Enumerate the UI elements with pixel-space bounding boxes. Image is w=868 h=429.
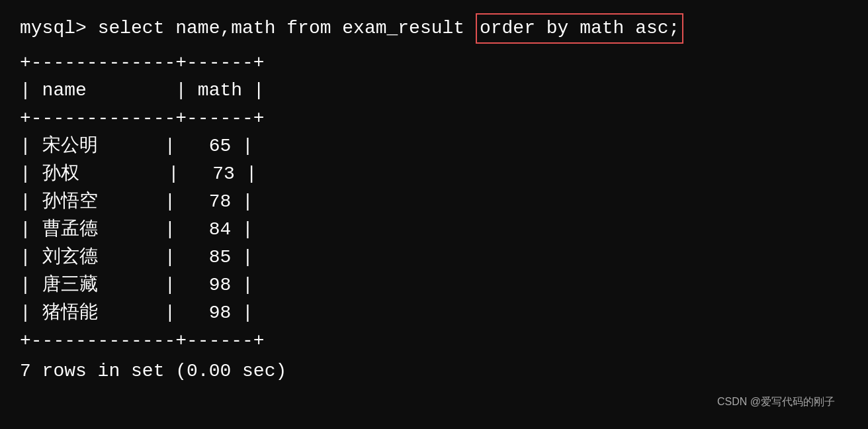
table-row: | 曹孟德 | 84 | bbox=[20, 216, 848, 244]
table-row: | 猪悟能 | 98 | bbox=[20, 299, 848, 327]
command-part1: select name,math from exam_result bbox=[98, 15, 476, 42]
table-row: | 宋公明 | 65 | bbox=[20, 132, 848, 160]
separator-mid: +-------------+------+ bbox=[20, 105, 848, 132]
row-count-footer: 7 rows in set (0.00 sec) bbox=[20, 358, 848, 385]
watermark: CSDN @爱写代码的刚子 bbox=[717, 395, 835, 409]
table-row: | 孙悟空 | 78 | bbox=[20, 188, 848, 216]
header-row: | name | math | bbox=[20, 77, 848, 105]
terminal-window: mysql> select name,math from exam_result… bbox=[20, 13, 848, 416]
query-result-table: +-------------+------+ | name | math | +… bbox=[20, 49, 848, 355]
command-highlight: order by math asc; bbox=[476, 13, 683, 44]
separator-bottom: +-------------+------+ bbox=[20, 327, 848, 355]
table-row: | 孙权 | 73 | bbox=[20, 160, 848, 188]
table-row: | 唐三藏 | 98 | bbox=[20, 271, 848, 299]
table-row: | 刘玄德 | 85 | bbox=[20, 244, 848, 271]
mysql-prompt: mysql> bbox=[20, 15, 98, 42]
command-line: mysql> select name,math from exam_result… bbox=[20, 13, 848, 44]
separator-top: +-------------+------+ bbox=[20, 49, 848, 77]
